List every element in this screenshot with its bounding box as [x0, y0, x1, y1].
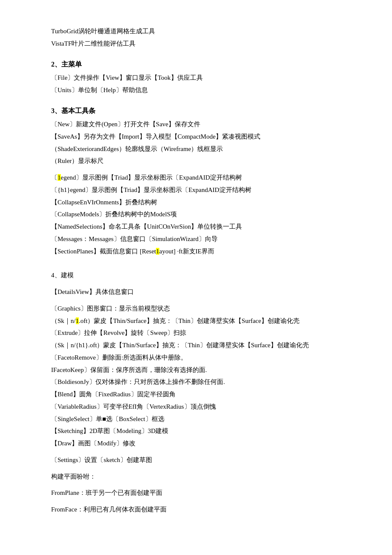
line-graphics: 【DetailsView】具体信息窗口 — [51, 286, 341, 298]
line-shade: （ShadeExteriorandEdges）轮廓线显示（Wireframe）线… — [51, 143, 341, 155]
line-from-plane: 构建平面吩咐： — [51, 471, 341, 483]
line-turbogrid: TurboGrid涡轮叶栅通道网格生成工具 — [51, 26, 341, 38]
blank-11 — [51, 500, 341, 504]
line-file: 〔File〕文件操作【View】窗口显示【Took】供应工具 — [51, 72, 341, 84]
blank-4 — [51, 258, 341, 262]
line-draw: 〔SingleSelect〕单■选〔BoxSelect〕框选 — [51, 413, 341, 425]
line-units: 〔Units〕单位制〔Help〕帮助信息 — [51, 84, 341, 96]
line-vistatf: VistaTF叶片二维性能评估工具 — [51, 38, 341, 50]
blank-2 — [51, 97, 341, 101]
line-face-keep: （Sk｜n/{h1}.oft）蒙皮【Thin/Surface】抽克：〔Thin〕… — [51, 340, 341, 352]
line-blend: IFacetoKeep〕保留面：保序所选而，珊除没有选择的面. — [51, 364, 341, 376]
line-face-remove: 〔Extrude〕拉伸【Revolve】旋转〔Sweep〕扫掠 — [51, 327, 341, 339]
blank-3 — [51, 168, 341, 172]
line-collapse-models: 【CollapseEnVIrOnments】折叠结构树 — [51, 197, 341, 209]
line-ruler: （Ruler）显示标尺 — [51, 155, 341, 167]
line-saveas: 【SaveAs】另存为文件【Import】导入模型【CompactMode】紧凑… — [51, 131, 341, 143]
blank-6 — [51, 282, 341, 286]
blank-1 — [51, 50, 341, 55]
line-bodies-only: 〔FacetoRemove〕删除面:所选面料从体中册除。 — [51, 352, 341, 364]
line-sketching: 〔VariableRadius〕可变半径EfI角〔VertexRadius〕顶点… — [51, 401, 341, 413]
line-geometry: 4、建模 — [51, 270, 341, 282]
line-construct-plane: 〔Settings〕设置〔sketch〕创建草图 — [51, 454, 341, 466]
line-from-face: FromPlane：班于另一个已有面创建平面 — [51, 487, 341, 499]
section-toolbar: 3、基本工具条 — [51, 105, 341, 117]
blank-8 — [51, 450, 341, 454]
highlight-2: 1 — [156, 248, 159, 255]
blank-7 — [51, 299, 341, 303]
line-messages: 【NamedSelections】命名工具条【UnitCOnVerSion】单位… — [51, 221, 341, 233]
line-named-selections: 〔CollapseModels〕折叠结构树中的ModelS项 — [51, 209, 341, 221]
line-extrude: 〔Graphics〕图形窗口：显示当前模型状态 — [51, 303, 341, 315]
line-single-select: 【Blend】圆角〔FixedRadius〕固定半径圆角 — [51, 389, 341, 401]
line-variable-radius: 〔BoldiesonJy〕仅对体操作：只对所选体上操作不删除任何面. — [51, 376, 341, 388]
line-section-planes: 【SectionPlanes】截面信息窗口 [Reset1ayout] ·ft新… — [51, 246, 341, 258]
highlight-1: 1 — [58, 174, 61, 181]
line-skin: （Sk｜n/1.oft）蒙皮【Thin/Surface】抽克：〔Thin〕创建薄… — [51, 315, 341, 327]
blank-10 — [51, 483, 341, 487]
blank-9 — [51, 467, 341, 471]
highlight-3: 1 — [76, 317, 79, 324]
line-collapse-env: 〔{h1}egend〕显示图例【Triad】显示坐标图示〔ExpandAID淀开… — [51, 184, 341, 196]
blank-5 — [51, 265, 341, 270]
line-graphics-annotations: 〔Messages：Messages〕信息窗口〔SimulationWizard… — [51, 233, 341, 245]
line-new: 〔New〕新建文件(Open〕打开文件【Save】保存文件 — [51, 119, 341, 131]
section-mainmenu: 2、主菜单 — [51, 58, 341, 71]
line-settings: 【Draw】画图〔Modify〕修改 — [51, 438, 341, 450]
line-legend: 〔1egend〕显示图例【Triad】显示坐标图示〔ExpandAID淀开结构树 — [51, 172, 341, 184]
line-dimensions: 【Sketching】2D草图〔Modeling〕3D建模 — [51, 425, 341, 437]
main-content: TurboGrid涡轮叶栅通道网格生成工具 VistaTF叶片二维性能评估工具 … — [51, 26, 341, 516]
line-from-point-edge: FromFace：利用已有几何体衣面创建平面 — [51, 504, 341, 516]
